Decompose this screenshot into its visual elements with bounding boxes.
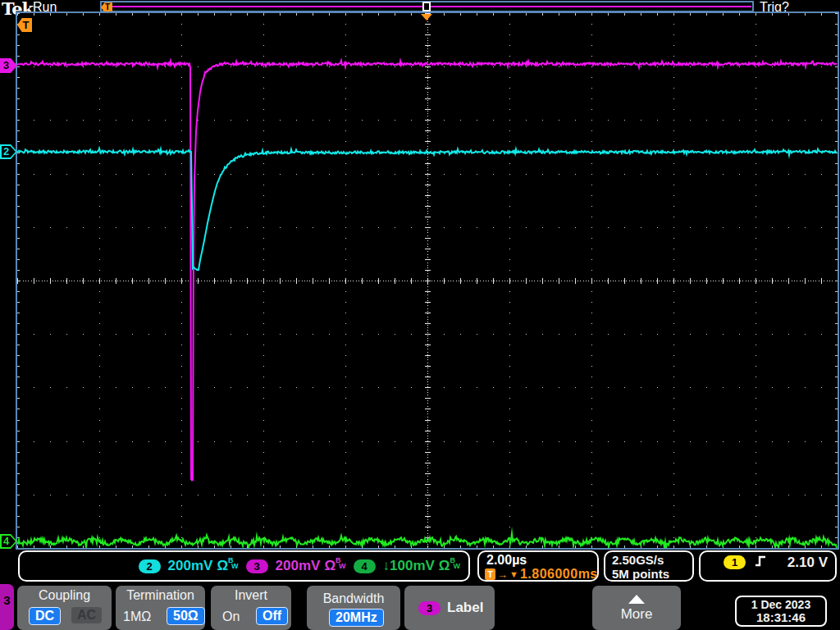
rising-edge-icon — [755, 555, 766, 568]
bandwidth-limit-icon: BW — [450, 558, 461, 569]
channel-3-marker[interactable]: 3 — [0, 58, 17, 73]
termination-button[interactable]: Termination 1MΩ 50Ω — [116, 586, 205, 630]
bandwidth-button[interactable]: Bandwidth 20MHz — [307, 586, 400, 630]
label-channel-badge: 3 — [418, 601, 441, 615]
trigger-delay-readout: T → ▼ 1.806000ms — [485, 567, 598, 582]
coupling-dc-option[interactable]: DC — [29, 607, 61, 625]
invert-arrow-icon: ↓ — [383, 558, 390, 573]
bandwidth-limit-icon: BW — [228, 558, 239, 569]
zoom-window-bracket[interactable] — [422, 2, 431, 11]
menu-channel-tab: 3 — [0, 584, 14, 630]
timebase-scale: 2.00µs — [486, 553, 527, 568]
channel-2-marker[interactable]: 2 — [0, 144, 17, 159]
bandwidth-limit-icon: BW — [336, 558, 346, 569]
termination-50-option[interactable]: 50Ω — [167, 607, 205, 625]
channel-3-badge[interactable]: 3 — [246, 559, 268, 573]
record-length: 5M points — [612, 567, 669, 581]
channel-readout-box: 2 200mVΩBW 3 200mVΩBW 4 ↓100mVΩBW — [18, 550, 470, 582]
time-text: 18:31:46 — [737, 610, 825, 624]
datetime-display: 1 Dec 2023 18:31:46 — [735, 596, 827, 627]
date-text: 1 Dec 2023 — [737, 598, 825, 611]
invert-off-option[interactable]: Off — [256, 607, 288, 625]
sample-rate: 2.50GS/s — [612, 553, 664, 567]
channel-4-scale: ↓100mVΩBW — [383, 558, 460, 574]
trigger-t-icon: T — [485, 568, 495, 580]
coupling-button[interactable]: Coupling DC AC — [17, 586, 112, 630]
channel-2-scale: 200mVΩBW — [168, 558, 239, 574]
label-button[interactable]: 3 Label — [404, 586, 495, 630]
trigger-position-icon[interactable] — [421, 14, 432, 21]
coupling-ac-option[interactable]: AC — [71, 607, 102, 623]
trigger-source-badge[interactable]: 1 — [724, 555, 746, 569]
up-arrow-icon — [628, 595, 645, 604]
more-button[interactable]: More — [592, 586, 681, 630]
channel-4-marker[interactable]: 4 — [0, 534, 17, 549]
trigger-level: 2.10 V — [788, 555, 828, 571]
channel-3-scale: 200mVΩBW — [276, 558, 346, 574]
acquisition-readout-box[interactable]: 2.50GS/s 5M points — [604, 550, 694, 582]
termination-1m-option[interactable]: 1MΩ — [123, 609, 151, 624]
arrow-right-icon: → — [497, 568, 508, 581]
invert-on-option[interactable]: On — [222, 609, 240, 624]
center-marker-icon: ▼ — [509, 569, 518, 579]
bandwidth-value[interactable]: 20MHz — [329, 609, 384, 627]
channel-4-badge[interactable]: 4 — [354, 559, 376, 573]
channel-2-badge[interactable]: 2 — [139, 559, 161, 573]
trigger-readout-box[interactable]: 1 2.10 V — [699, 550, 837, 582]
invert-button[interactable]: Invert On Off — [211, 586, 291, 630]
waveform-canvas[interactable] — [17, 13, 838, 548]
timebase-readout-box[interactable]: 2.00µs T → ▼ 1.806000ms — [477, 550, 599, 582]
